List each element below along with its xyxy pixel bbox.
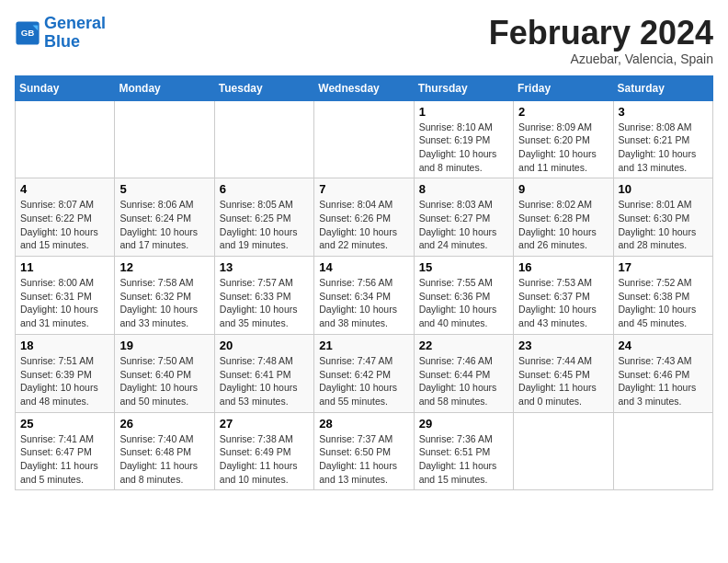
day-number: 6: [220, 182, 309, 196]
day-number: 12: [119, 260, 209, 274]
day-number: 8: [419, 182, 508, 196]
day-info: Sunrise: 7:58 AM Sunset: 6:32 PM Dayligh…: [119, 276, 209, 330]
day-info: Sunrise: 8:07 AM Sunset: 6:22 PM Dayligh…: [20, 198, 109, 252]
day-number: 20: [220, 339, 309, 352]
svg-text:GB: GB: [21, 28, 35, 38]
calendar-table: SundayMondayTuesdayWednesdayThursdayFrid…: [15, 75, 713, 491]
day-info: Sunrise: 8:06 AM Sunset: 6:24 PM Dayligh…: [119, 198, 209, 252]
calendar-cell: 10Sunrise: 8:01 AM Sunset: 6:30 PM Dayli…: [613, 178, 712, 257]
day-number: 26: [119, 417, 209, 431]
day-number: 13: [220, 260, 309, 274]
day-number: 7: [319, 182, 408, 196]
weekday-header-tuesday: Tuesday: [214, 75, 313, 100]
day-info: Sunrise: 7:40 AM Sunset: 6:48 PM Dayligh…: [119, 432, 209, 487]
calendar-cell: [514, 412, 613, 490]
day-number: 15: [419, 260, 508, 274]
day-info: Sunrise: 8:03 AM Sunset: 6:27 PM Dayligh…: [419, 198, 508, 252]
day-number: 16: [518, 260, 608, 274]
logo-line2: Blue: [44, 32, 80, 51]
calendar-cell: 6Sunrise: 8:05 AM Sunset: 6:25 PM Daylig…: [214, 178, 313, 257]
day-number: 17: [619, 260, 708, 274]
day-number: 21: [319, 339, 408, 352]
day-info: Sunrise: 7:41 AM Sunset: 6:47 PM Dayligh…: [20, 432, 109, 487]
calendar-cell: 16Sunrise: 7:53 AM Sunset: 6:37 PM Dayli…: [514, 257, 613, 335]
logo-text: General Blue: [44, 15, 106, 52]
weekday-header-sunday: Sunday: [16, 75, 115, 100]
day-info: Sunrise: 8:04 AM Sunset: 6:26 PM Dayligh…: [319, 198, 408, 252]
calendar-cell: 18Sunrise: 7:51 AM Sunset: 6:39 PM Dayli…: [16, 334, 115, 412]
day-info: Sunrise: 7:37 AM Sunset: 6:50 PM Dayligh…: [319, 432, 408, 487]
day-number: 3: [619, 105, 708, 119]
calendar-cell: 15Sunrise: 7:55 AM Sunset: 6:36 PM Dayli…: [414, 257, 513, 335]
calendar-cell: 1Sunrise: 8:10 AM Sunset: 6:19 PM Daylig…: [414, 100, 513, 178]
day-info: Sunrise: 7:53 AM Sunset: 6:37 PM Dayligh…: [518, 276, 608, 330]
week-row-5: 25Sunrise: 7:41 AM Sunset: 6:47 PM Dayli…: [16, 412, 713, 490]
day-info: Sunrise: 8:01 AM Sunset: 6:30 PM Dayligh…: [619, 198, 708, 252]
calendar-cell: [16, 100, 115, 178]
day-info: Sunrise: 7:44 AM Sunset: 6:45 PM Dayligh…: [518, 354, 608, 408]
calendar-cell: [314, 100, 414, 178]
calendar-cell: 7Sunrise: 8:04 AM Sunset: 6:26 PM Daylig…: [314, 178, 414, 257]
weekday-header-monday: Monday: [115, 75, 214, 100]
day-number: 1: [419, 105, 508, 119]
weekday-header-saturday: Saturday: [613, 75, 712, 100]
calendar-cell: 11Sunrise: 8:00 AM Sunset: 6:31 PM Dayli…: [16, 257, 115, 335]
day-info: Sunrise: 8:09 AM Sunset: 6:20 PM Dayligh…: [518, 121, 608, 175]
calendar-cell: [115, 100, 214, 178]
calendar-cell: [613, 412, 712, 490]
calendar-cell: 20Sunrise: 7:48 AM Sunset: 6:41 PM Dayli…: [214, 334, 313, 412]
calendar-subtitle: Azuebar, Valencia, Spain: [489, 52, 713, 66]
week-row-2: 4Sunrise: 8:07 AM Sunset: 6:22 PM Daylig…: [16, 178, 713, 257]
calendar-cell: 29Sunrise: 7:36 AM Sunset: 6:51 PM Dayli…: [414, 412, 513, 490]
calendar-cell: 21Sunrise: 7:47 AM Sunset: 6:42 PM Dayli…: [314, 334, 414, 412]
day-info: Sunrise: 7:52 AM Sunset: 6:38 PM Dayligh…: [619, 276, 708, 330]
calendar-cell: 12Sunrise: 7:58 AM Sunset: 6:32 PM Dayli…: [115, 257, 214, 335]
day-info: Sunrise: 7:47 AM Sunset: 6:42 PM Dayligh…: [319, 354, 408, 408]
day-number: 24: [619, 339, 708, 352]
day-info: Sunrise: 8:05 AM Sunset: 6:25 PM Dayligh…: [220, 198, 309, 252]
calendar-cell: 9Sunrise: 8:02 AM Sunset: 6:28 PM Daylig…: [514, 178, 613, 257]
calendar-cell: 13Sunrise: 7:57 AM Sunset: 6:33 PM Dayli…: [214, 257, 313, 335]
title-section: February 2024 Azuebar, Valencia, Spain: [489, 15, 713, 66]
week-row-3: 11Sunrise: 8:00 AM Sunset: 6:31 PM Dayli…: [16, 257, 713, 335]
logo-icon: GB: [15, 20, 40, 46]
calendar-cell: 22Sunrise: 7:46 AM Sunset: 6:44 PM Dayli…: [414, 334, 513, 412]
day-info: Sunrise: 7:43 AM Sunset: 6:46 PM Dayligh…: [619, 354, 708, 408]
day-info: Sunrise: 8:08 AM Sunset: 6:21 PM Dayligh…: [619, 121, 708, 175]
calendar-cell: [214, 100, 313, 178]
calendar-cell: 5Sunrise: 8:06 AM Sunset: 6:24 PM Daylig…: [115, 178, 214, 257]
day-number: 11: [20, 260, 109, 274]
day-info: Sunrise: 7:50 AM Sunset: 6:40 PM Dayligh…: [119, 354, 209, 408]
calendar-cell: 27Sunrise: 7:38 AM Sunset: 6:49 PM Dayli…: [214, 412, 313, 490]
calendar-cell: 24Sunrise: 7:43 AM Sunset: 6:46 PM Dayli…: [613, 334, 712, 412]
day-info: Sunrise: 7:48 AM Sunset: 6:41 PM Dayligh…: [220, 354, 309, 408]
calendar-cell: 23Sunrise: 7:44 AM Sunset: 6:45 PM Dayli…: [514, 334, 613, 412]
calendar-cell: 14Sunrise: 7:56 AM Sunset: 6:34 PM Dayli…: [314, 257, 414, 335]
day-info: Sunrise: 7:56 AM Sunset: 6:34 PM Dayligh…: [319, 276, 408, 330]
day-number: 27: [220, 417, 309, 431]
week-row-4: 18Sunrise: 7:51 AM Sunset: 6:39 PM Dayli…: [16, 334, 713, 412]
day-info: Sunrise: 7:36 AM Sunset: 6:51 PM Dayligh…: [419, 432, 508, 487]
day-number: 4: [20, 182, 109, 196]
day-number: 9: [518, 182, 608, 196]
day-number: 25: [20, 417, 109, 431]
day-info: Sunrise: 8:02 AM Sunset: 6:28 PM Dayligh…: [518, 198, 608, 252]
calendar-cell: 26Sunrise: 7:40 AM Sunset: 6:48 PM Dayli…: [115, 412, 214, 490]
header: GB General Blue February 2024 Azuebar, V…: [15, 15, 713, 66]
day-info: Sunrise: 8:10 AM Sunset: 6:19 PM Dayligh…: [419, 121, 508, 175]
calendar-cell: 3Sunrise: 8:08 AM Sunset: 6:21 PM Daylig…: [613, 100, 712, 178]
calendar-cell: 4Sunrise: 8:07 AM Sunset: 6:22 PM Daylig…: [16, 178, 115, 257]
calendar-cell: 25Sunrise: 7:41 AM Sunset: 6:47 PM Dayli…: [16, 412, 115, 490]
calendar-cell: 8Sunrise: 8:03 AM Sunset: 6:27 PM Daylig…: [414, 178, 513, 257]
weekday-header-row: SundayMondayTuesdayWednesdayThursdayFrid…: [16, 75, 713, 100]
day-number: 14: [319, 260, 408, 274]
logo-line1: General: [44, 14, 106, 32]
day-number: 29: [419, 417, 508, 431]
calendar-title: February 2024: [489, 15, 713, 52]
weekday-header-thursday: Thursday: [414, 75, 513, 100]
day-info: Sunrise: 7:57 AM Sunset: 6:33 PM Dayligh…: [220, 276, 309, 330]
calendar-cell: 17Sunrise: 7:52 AM Sunset: 6:38 PM Dayli…: [613, 257, 712, 335]
day-number: 23: [518, 339, 608, 352]
day-number: 10: [619, 182, 708, 196]
weekday-header-wednesday: Wednesday: [314, 75, 414, 100]
